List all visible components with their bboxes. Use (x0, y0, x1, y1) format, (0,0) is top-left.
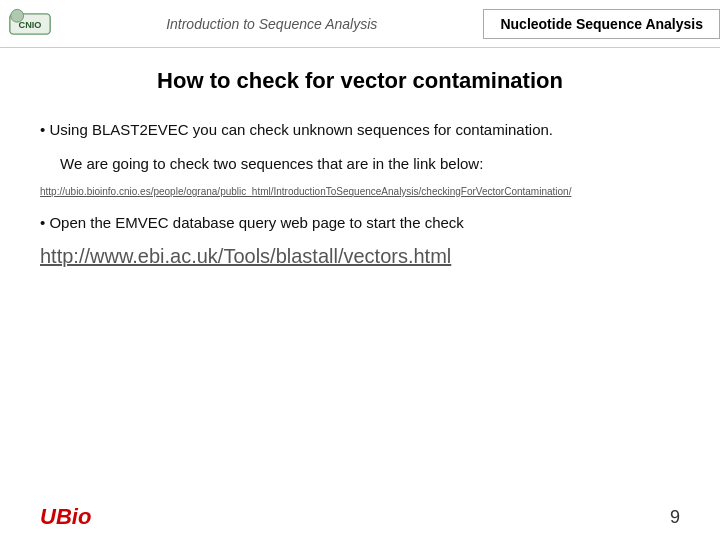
header-title-area: Introduction to Sequence Analysis (60, 16, 483, 32)
section-badge: Nucleotide Sequence Analysis (483, 9, 720, 39)
bullet-2: • Open the EMVEC database query web page… (40, 211, 680, 235)
svg-text:CNIO: CNIO (19, 19, 42, 29)
header-bar: CNIO Introduction to Sequence Analysis N… (0, 0, 720, 48)
indent-text-1: We are going to check two sequences that… (60, 152, 680, 176)
ubio-logo: UBio (40, 504, 91, 530)
cnio-logo-icon: CNIO (8, 5, 52, 43)
svg-point-2 (11, 9, 24, 22)
presentation-title: Introduction to Sequence Analysis (166, 16, 377, 32)
logo-area: CNIO (0, 1, 60, 47)
slide-footer: UBio 9 (0, 504, 720, 530)
ebi-link[interactable]: http://www.ebi.ac.uk/Tools/blastall/vect… (40, 245, 680, 268)
bullet-1: • Using BLAST2EVEC you can check unknown… (40, 118, 680, 142)
slide-content: How to check for vector contamination • … (0, 48, 720, 278)
small-reference-link[interactable]: http://ubio.bioinfo.cnio.es/people/ogran… (40, 186, 680, 197)
page-number: 9 (670, 507, 680, 528)
slide-title: How to check for vector contamination (40, 68, 680, 94)
